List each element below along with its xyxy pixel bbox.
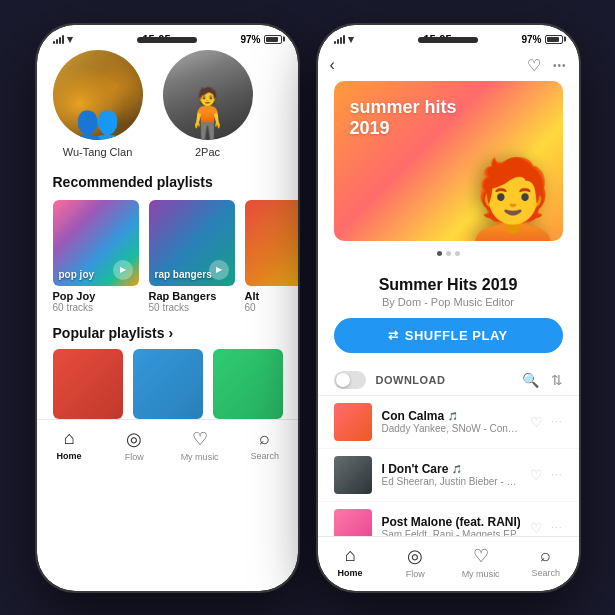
track-name-2: Post Malone (feat. RANI) [382,515,521,529]
signal-area-left: ▾ [53,33,73,46]
playlist-tracks-popjoy: 60 tracks [53,302,139,313]
home-icon-left: ⌂ [64,428,75,449]
playlist-info: Summer Hits 2019 By Dom - Pop Music Edit… [318,276,579,318]
playlist-name-popjoy: Pop Joy [53,290,139,302]
playlist-card-rapbangers[interactable]: rap bangers ▶ Rap Bangers 50 tracks [149,200,235,313]
popular-card-3[interactable] [213,349,283,419]
hero-artwork-text: summer hits 2019 [350,97,457,140]
nav-mymusic-label-right: My music [462,569,500,579]
track-info-2: Post Malone (feat. RANI) Sam Feldt, Rani… [382,515,521,536]
track-actions-2: ♡ ··· [530,520,562,536]
header-icons: ♡ ••• [527,56,567,75]
popular-card-2[interactable] [133,349,203,419]
nav-home-label-left: Home [57,451,82,461]
status-bar-left: ▾ 15:05 97% [37,25,298,50]
play-btn-popjoy[interactable]: ▶ [113,260,133,280]
bottom-nav-right: ⌂ Home ◎ Flow ♡ My music ⌕ Search [318,536,579,591]
time-right: 15:05 [423,33,451,45]
signal-area-right: ▾ [334,33,354,46]
track-thumb-1 [334,456,372,494]
track-like-0[interactable]: ♡ [530,414,543,430]
artist-avatar-wutang: 👥 [53,50,143,140]
recommended-title: Recommended playlists [37,170,298,200]
sort-icon[interactable]: ⇅ [551,372,563,388]
download-label: DOWNLOAD [376,374,512,386]
shuffle-label: SHUFFLE PLAY [405,328,508,343]
hero-artwork: summer hits 2019 🧑‍🦰 [334,81,563,241]
track-info-0: Con Calma 🎵 Daddy Yankee, SNoW - Con Ca.… [382,409,521,434]
playlist-thumb-rapbangers: rap bangers ▶ [149,200,235,286]
playlist-tracks-alt: 60 [245,302,298,313]
battery-icon-right [545,35,563,44]
nav-home-right[interactable]: ⌂ Home [325,545,375,578]
shuffle-play-button[interactable]: ⇄ SHUFFLE PLAY [334,318,563,353]
track-like-1[interactable]: ♡ [530,467,543,483]
download-icons: 🔍 ⇅ [522,372,563,388]
track-item-0[interactable]: Con Calma 🎵 Daddy Yankee, SNoW - Con Ca.… [318,396,579,449]
track-thumb-2 [334,509,372,536]
artist-item-wutang[interactable]: 👥 Wu-Tang Clan [53,50,143,158]
battery-percent-left: 97% [240,34,260,45]
status-bar-right: ▾ 15:05 97% [318,25,579,50]
track-list: Con Calma 🎵 Daddy Yankee, SNoW - Con Ca.… [318,396,579,536]
nav-mymusic-right[interactable]: ♡ My music [456,545,506,579]
track-actions-1: ♡ ··· [530,467,562,483]
download-row: DOWNLOAD 🔍 ⇅ [318,365,579,396]
track-more-0[interactable]: ··· [551,416,562,427]
nav-search-left[interactable]: ⌕ Search [240,428,290,461]
explicit-icon-0: 🎵 [448,412,458,421]
playlist-tracks-rapbangers: 50 tracks [149,302,235,313]
track-artist-0: Daddy Yankee, SNoW - Con Ca... [382,423,521,434]
popular-thumb-1 [53,349,123,419]
like-button[interactable]: ♡ [527,56,541,75]
nav-home-label-right: Home [338,568,363,578]
track-actions-0: ♡ ··· [530,414,562,430]
track-like-2[interactable]: ♡ [530,520,543,536]
track-thumb-0 [334,403,372,441]
search-tracks-icon[interactable]: 🔍 [522,372,539,388]
nav-search-label-left: Search [251,451,280,461]
popular-section-header: Popular playlists › [37,313,298,349]
play-btn-rapbangers[interactable]: ▶ [209,260,229,280]
signal-icon-left [53,34,64,44]
wifi-icon-left: ▾ [67,33,73,46]
nav-flow-left[interactable]: ◎ Flow [109,428,159,462]
battery-area-left: 97% [240,34,281,45]
popular-card-1[interactable] [53,349,123,419]
wifi-icon-right: ▾ [348,33,354,46]
nav-mymusic-left[interactable]: ♡ My music [175,428,225,462]
artist-item-tupac[interactable]: 🧍 2Pac [163,50,253,158]
download-toggle[interactable] [334,371,366,389]
search-icon-left: ⌕ [259,428,270,449]
nav-flow-label-right: Flow [406,569,425,579]
nav-search-right[interactable]: ⌕ Search [521,545,571,578]
dot-3 [455,251,460,256]
playlist-label-popjoy: pop joy [59,269,95,280]
wutang-silhouette: 👥 [75,102,120,140]
back-button[interactable]: ‹ [330,56,335,74]
playlist-card-popjoy[interactable]: pop joy ▶ Pop Joy 60 tracks [53,200,139,313]
track-info-1: I Don't Care 🎵 Ed Sheeran, Justin Bieber… [382,462,521,487]
more-button[interactable]: ••• [553,60,567,71]
explicit-icon-1: 🎵 [452,465,462,474]
bottom-nav-left: ⌂ Home ◎ Flow ♡ My music ⌕ Search [37,419,298,474]
track-item-1[interactable]: I Don't Care 🎵 Ed Sheeran, Justin Bieber… [318,449,579,502]
track-item-2[interactable]: Post Malone (feat. RANI) Sam Feldt, Rani… [318,502,579,536]
track-more-1[interactable]: ··· [551,469,562,480]
artist-name-wutang: Wu-Tang Clan [63,146,133,158]
track-more-2[interactable]: ··· [551,522,562,533]
nav-search-label-right: Search [532,568,561,578]
heart-icon-left: ♡ [192,428,208,450]
popular-title[interactable]: Popular playlists › [53,325,174,341]
artist-name-tupac: 2Pac [195,146,220,158]
phone-right: ▾ 15:05 97% ‹ ♡ ••• [316,23,581,593]
nav-flow-right[interactable]: ◎ Flow [390,545,440,579]
nav-home-left[interactable]: ⌂ Home [44,428,94,461]
popular-thumb-2 [133,349,203,419]
flow-icon-right: ◎ [407,545,423,567]
playlist-card-alt[interactable]: ▶ Alt 60 [245,200,298,313]
playlist-thumb-popjoy: pop joy ▶ [53,200,139,286]
playlist-name-rapbangers: Rap Bangers [149,290,235,302]
playlist-header: ‹ ♡ ••• [318,50,579,81]
home-icon-right: ⌂ [345,545,356,566]
